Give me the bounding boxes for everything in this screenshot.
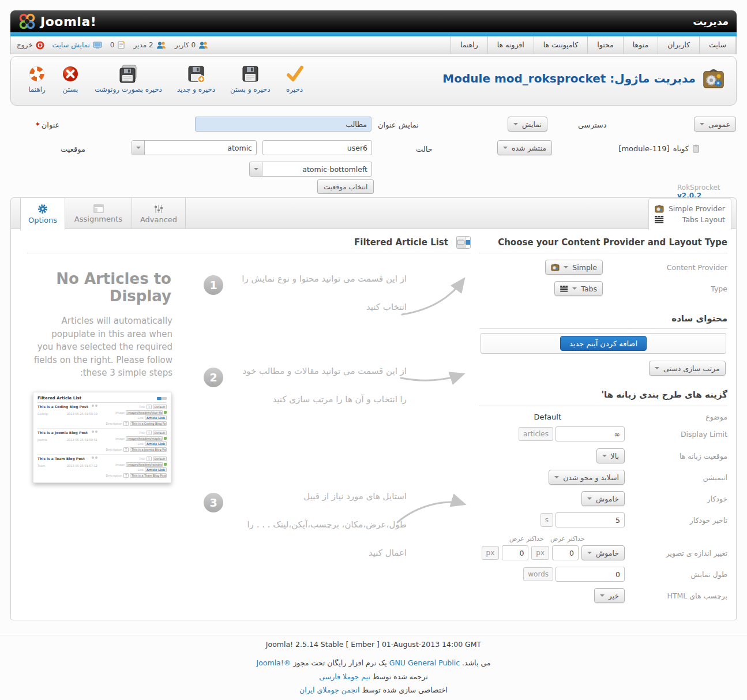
top-header-bar: Joomla! مديريت [10, 10, 737, 32]
row-action-icons [92, 431, 97, 435]
menu-item-site[interactable]: سايت [699, 36, 736, 54]
translation-team-link[interactable]: تيم جوملا فارسی [319, 672, 370, 681]
tabs-layout-icon [560, 286, 568, 292]
save-copy-button[interactable]: ذخيره بصورت رونوشت [87, 62, 170, 96]
position-select-2[interactable]: atomic-bottomleft [249, 162, 372, 177]
theme-value: Default [534, 413, 562, 421]
autoplay-dropdown[interactable]: خاموش [581, 491, 625, 506]
select-position-button[interactable]: انتخاب موقعيت [317, 179, 374, 194]
tab-options[interactable]: Options [20, 198, 65, 230]
max-width-input-2[interactable] [502, 545, 528, 560]
menu-item-users[interactable]: كاربران [658, 36, 699, 54]
toolbar-box: مديريت ماژول: Module mod_roksprocket ذخي… [10, 56, 737, 106]
display-limit-input[interactable] [555, 426, 625, 441]
menu-item-content[interactable]: محتوا [587, 36, 622, 54]
filtered-list-title: Filtered Article List [354, 237, 448, 248]
status-logout[interactable]: خروج [17, 41, 44, 50]
list-view-button[interactable] [457, 237, 465, 248]
menu-item-menus[interactable]: منوها [623, 36, 658, 54]
module-form: عنوان* نمايش عنوان نمايش دسترسى عمومی مو… [10, 110, 737, 196]
layout-info-label: Tabs Layout [668, 215, 725, 224]
divider [479, 406, 727, 406]
filtered-list-header: Filtered Article List [354, 236, 471, 249]
state-dropdown[interactable]: منتشر شده [497, 140, 552, 155]
view-site-link: نمايش سايت [52, 41, 90, 49]
tab-assignments-label: Assignments [74, 215, 122, 223]
show-title-dropdown[interactable]: نمايش [508, 117, 547, 132]
menu-item-help[interactable]: راهنما [451, 36, 487, 54]
footer-license: Joomla!® يک نرم افزار رايگان تحت مجوز GN… [0, 658, 747, 667]
preview-length-input[interactable] [555, 567, 625, 582]
position-select[interactable]: atomic [132, 140, 257, 155]
select-arrow-button[interactable] [250, 162, 262, 176]
thumb-article-title: This is a Team Blog Post [37, 456, 85, 461]
close-button[interactable]: بستن [54, 62, 87, 96]
tabs: Options Assignments Advanced [20, 198, 186, 230]
position-select-2-value: atomic-bottomleft [262, 162, 371, 176]
html-tags-dropdown[interactable]: خير [594, 588, 625, 603]
title-input[interactable] [195, 117, 371, 132]
select-arrow-button[interactable] [132, 141, 145, 155]
tab-advanced[interactable]: Advanced [132, 198, 186, 230]
step-3-badge: 3 [204, 493, 223, 512]
animation-dropdown[interactable]: اسلايد و محو شدن [549, 470, 625, 485]
show-title-value: نمايش [522, 120, 542, 129]
step-1-badge: 1 [204, 275, 223, 295]
save-button[interactable]: ذخيره [278, 62, 311, 96]
caret-down-icon [136, 147, 141, 149]
theme-row: موضوع Default [479, 413, 727, 421]
no-articles-title: No Articles to Display [34, 271, 171, 305]
messages-icon [117, 41, 125, 49]
check-icon [286, 65, 304, 83]
autoplay-label: خودكار [636, 495, 727, 503]
provider-info-row: Simple Provider [655, 204, 725, 213]
monitor-icon [93, 42, 102, 49]
iran-community-link[interactable]: انجمن جوملای ايران [299, 686, 359, 694]
thumb-article-category: Team [37, 464, 45, 467]
save-close-button[interactable]: ذخيره و بستن [223, 62, 278, 96]
thumb-article-row: This is a Joomla Blog Post Joomla2013-05… [37, 429, 167, 455]
shortcode-id: [module-119] [618, 144, 669, 153]
status-messages[interactable]: 0 [110, 41, 126, 49]
max-width-input-1[interactable] [552, 545, 579, 560]
sort-dropdown[interactable]: مرتب سازى دستى [649, 361, 726, 376]
menu-item-components[interactable]: كامپوننت ها [534, 36, 588, 54]
menu-bar: 0 كاربر 2 مدير 0 نمايش سايت خروج سايت كا… [10, 36, 737, 54]
menu-item-extensions[interactable]: افزونه ها [487, 36, 534, 54]
access-dropdown[interactable]: عمومی [694, 117, 736, 132]
thumb-title: Filtered Article List [37, 396, 81, 400]
content-provider-dropdown[interactable]: Simple [545, 260, 603, 275]
joomla-logo-text: Joomla! [40, 14, 96, 29]
help-label: راهنما [28, 85, 46, 93]
close-icon [61, 65, 80, 83]
layout-options-header: گزينه هاى طرح بندى زبانه ها' [479, 390, 727, 400]
help-button[interactable]: راهنما [20, 62, 54, 96]
image-resize-dropdown[interactable]: خاموش [581, 545, 625, 560]
joomla-link[interactable]: Joomla!® [256, 658, 291, 667]
add-item-button[interactable]: اضافه كردن آيتم جديد [560, 336, 647, 351]
autoplay-delay-input[interactable] [555, 512, 625, 527]
status-view-site[interactable]: نمايش سايت [52, 41, 102, 49]
position-select-value: atomic [145, 141, 256, 155]
animation-row: انيميشن اسلايد و محو شدن [479, 470, 727, 485]
caret-down-icon [600, 594, 605, 597]
toolbar-buttons: ذخيره ذخيره و بستن ذخيره و جديد ذخيره بص… [20, 62, 311, 96]
caret-down-icon [513, 123, 518, 125]
status-admins: 2 مدير [133, 41, 166, 49]
type-dropdown[interactable]: Tabs [554, 281, 603, 296]
floppy-disk-plus-icon [187, 65, 205, 83]
save-new-button[interactable]: ذخيره و جديد [170, 62, 223, 96]
detail-view-button[interactable] [465, 237, 471, 248]
thumb-article-date: 2013-05-25 01:58:51 [67, 438, 97, 441]
title-label: عنوان* [36, 121, 59, 129]
tab-assignments[interactable]: Assignments [65, 198, 132, 230]
tabs-position-dropdown[interactable]: بالا [596, 448, 625, 463]
position-input[interactable] [262, 140, 372, 155]
thumb-article-date: 2013-05-25 01:58:19 [67, 412, 97, 415]
image-resize-row: تغيير اندازه ى تصوير خاموش px px [479, 545, 727, 560]
max-width-label-1: حداكثر عرض [550, 535, 585, 542]
sort-dropdown-value: مرتب سازى دستى [663, 364, 720, 373]
product-name: RokSprocket [677, 184, 720, 192]
clipboard-icon[interactable] [692, 144, 700, 153]
gnu-license-link[interactable]: GNU General Public [389, 658, 460, 667]
